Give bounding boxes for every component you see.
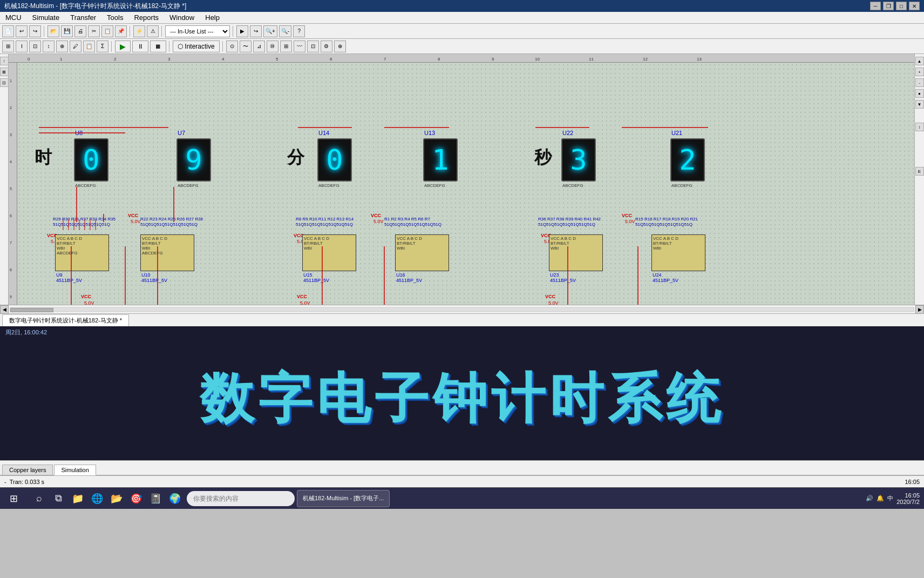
tb2-bode-btn[interactable]: 〰	[294, 41, 305, 52]
ic-u10: VCC A B C D BT/RB/LT WBI ABCDEFG	[140, 234, 194, 271]
taskbar-app1-icon[interactable]: 🎯	[127, 490, 145, 507]
tb2-meas-btn[interactable]: ⊕	[334, 41, 346, 52]
sheet-tab-1[interactable]: 数字电子钟计时系统设计-机械182-马文静 *	[2, 314, 129, 327]
tb2-btn5[interactable]: ⊕	[56, 41, 68, 52]
tb2-btn3[interactable]: ⊡	[29, 41, 41, 52]
taskbar-chrome-icon[interactable]: 🌍	[166, 490, 184, 507]
windows-start-button[interactable]: ⊞	[0, 488, 27, 509]
taskbar-search-input[interactable]	[187, 491, 295, 506]
tb-run-btn[interactable]: ▶	[236, 25, 248, 37]
scroll-thumb-h[interactable]	[10, 308, 53, 312]
taskbar-onenote-icon[interactable]: 📓	[147, 490, 164, 507]
left-tb-icon-2[interactable]: ⊠	[0, 68, 9, 76]
maximize-button[interactable]: □	[896, 2, 907, 10]
right-tb-icon-2[interactable]: +	[915, 68, 924, 76]
tb-spice-btn[interactable]: ⚡	[133, 25, 145, 37]
tb-new-btn[interactable]: 📄	[2, 25, 14, 37]
tb-help-btn[interactable]: ?	[293, 25, 305, 37]
play-button[interactable]: ▶	[115, 41, 131, 52]
menu-item-window[interactable]: Window	[164, 12, 200, 23]
vcc-label-lower-m: VCC	[297, 294, 307, 299]
taskbar-search-icon[interactable]: ⌕	[30, 490, 47, 507]
status-bar: - Tran: 0.033 s 16:05	[0, 475, 924, 487]
taskbar-taskview-icon[interactable]: ⧉	[50, 490, 67, 507]
in-use-list-dropdown[interactable]: --- In-Use List ---	[165, 25, 230, 37]
taskbar-explorer-icon[interactable]: 📁	[69, 490, 86, 507]
left-tb-icon-1[interactable]: ↑	[0, 57, 9, 65]
resistor-values-min1: 51Q51Q51Q51Q51Q51Q51Q	[296, 222, 353, 227]
right-tb-icon-5[interactable]: ▼	[915, 100, 924, 109]
menu-item-help[interactable]: Help	[200, 12, 225, 23]
tab-copper-layers[interactable]: Copper layers	[2, 465, 53, 475]
tb2-logi-btn[interactable]: ⊞	[280, 41, 292, 52]
tb2-btn7[interactable]: 📋	[83, 41, 95, 52]
tb-zoom-in-btn[interactable]: 🔍+	[263, 25, 277, 37]
display-u8-label: U8	[75, 130, 83, 136]
scroll-right-btn[interactable]: ▶	[915, 305, 924, 314]
tb-faults-btn[interactable]: ⚠	[147, 25, 159, 37]
right-tb-icon-4[interactable]: ●	[915, 89, 924, 98]
tb-print-btn[interactable]: 🖨	[74, 25, 86, 37]
tab-simulation[interactable]: Simulation	[54, 465, 96, 475]
taskbar-edge-icon[interactable]: 🌐	[89, 490, 106, 507]
tb-redo-btn[interactable]: ↪	[29, 25, 41, 37]
taskbar-network-icon[interactable]: 🔊	[866, 495, 873, 502]
ic-u15-type: 4511BP_5V	[303, 278, 329, 283]
menu-item-transfer[interactable]: Transfer	[65, 12, 101, 23]
taskbar-battery-icon[interactable]: 中	[887, 494, 893, 502]
seconds-char: 秒	[534, 146, 552, 170]
tb2-btn4[interactable]: ↕	[43, 41, 55, 52]
resistor-values-sec2: 51Q51Q51Q51Q51Q51Q51Q	[635, 222, 692, 227]
vcc-label-m1: VCC	[371, 213, 381, 218]
title-bar: 机械182-Multisim - [数字电子钟计时系统设计-机械182-马文静 …	[0, 0, 924, 12]
tb2-btn8[interactable]: Σ	[97, 41, 108, 52]
tb-open-btn[interactable]: 📂	[47, 25, 59, 37]
tb-cut-btn[interactable]: ✂	[88, 25, 100, 37]
stop-button[interactable]: ⏹	[150, 41, 166, 52]
menu-item-tools[interactable]: Tools	[101, 12, 128, 23]
tb-step-btn[interactable]: ↪	[250, 25, 262, 37]
tb2-spec-btn[interactable]: ⚙	[321, 41, 332, 52]
interactive-button[interactable]: ⬡ Interactive	[173, 41, 220, 52]
status-left: - Tran: 0.033 s 16:05	[4, 479, 920, 485]
tb2-btn6[interactable]: 🖊	[70, 41, 81, 52]
taskbar-multisim-app[interactable]: 机械182-Multisim - [数字电子...	[297, 490, 390, 507]
restore-button[interactable]: ❐	[883, 2, 894, 10]
taskbar-store-icon[interactable]: 📂	[108, 490, 125, 507]
minimize-button[interactable]: ─	[870, 2, 881, 10]
close-button[interactable]: ✕	[909, 2, 920, 10]
menu-item-mcu[interactable]: MCU	[0, 12, 27, 23]
schematic-area[interactable]: 时 U8 0 ABCDEFG U7 9 ABCDEFG 分 U14	[17, 63, 914, 305]
menu-item-simulate[interactable]: Simulate	[27, 12, 65, 23]
tb-save-btn[interactable]: 💾	[61, 25, 73, 37]
ic-u24-label: U24	[653, 272, 662, 278]
tb2-gen-btn[interactable]: ⊿	[253, 41, 265, 52]
right-tb-icon-7[interactable]: E	[915, 167, 924, 176]
h-scrollbar[interactable]: ◀ ▶	[0, 305, 924, 313]
tb2-iv-btn[interactable]: ⊡	[307, 41, 319, 52]
tb2-mtr-btn[interactable]: ⑩	[267, 41, 278, 52]
taskbar-volume-icon[interactable]: 🔔	[877, 495, 884, 502]
right-tb-icon-3[interactable]: -	[915, 78, 924, 87]
tb-paste-btn[interactable]: 📌	[115, 25, 127, 37]
tb-undo-btn[interactable]: ↩	[16, 25, 28, 37]
taskbar-right: 🔊 🔔 中 16:05 2020/7/2	[866, 492, 924, 505]
tb2-inst-btn[interactable]: ⊙	[226, 41, 238, 52]
pause-button[interactable]: ⏸	[132, 41, 148, 52]
tb2-btn1[interactable]: ⊞	[2, 41, 14, 52]
right-tb-icon-1[interactable]: ▲	[915, 57, 924, 65]
tb2-btn2[interactable]: Ⅰ	[16, 41, 28, 52]
tb-zoom-out-btn[interactable]: 🔍-	[279, 25, 291, 37]
resistor-values-sec1: 51Q51Q51Q51Q51Q51Q51Q	[538, 222, 595, 227]
resistor-values-hours2: 51Q51Q51Q51Q51Q51Q51Q	[140, 222, 198, 227]
tb2-osc-btn[interactable]: 〜	[240, 41, 252, 52]
canvas-area[interactable]: 0 1 2 3 4 5 6 7 8 9 10 11 12 13 1 2 3 4	[9, 54, 914, 305]
right-tb-icon-6[interactable]: ↕	[915, 123, 924, 131]
vcc-label-s1: VCC	[622, 213, 632, 218]
scroll-left-btn[interactable]: ◀	[0, 305, 9, 314]
ic-u16: VCC A B C D BT/RB/LT WBI	[395, 234, 449, 271]
tb-copy-btn[interactable]: 📋	[101, 25, 113, 37]
menu-item-reports[interactable]: Reports	[128, 12, 164, 23]
scroll-track-h[interactable]	[10, 307, 914, 312]
left-tb-icon-3[interactable]: ⊡	[0, 78, 9, 87]
